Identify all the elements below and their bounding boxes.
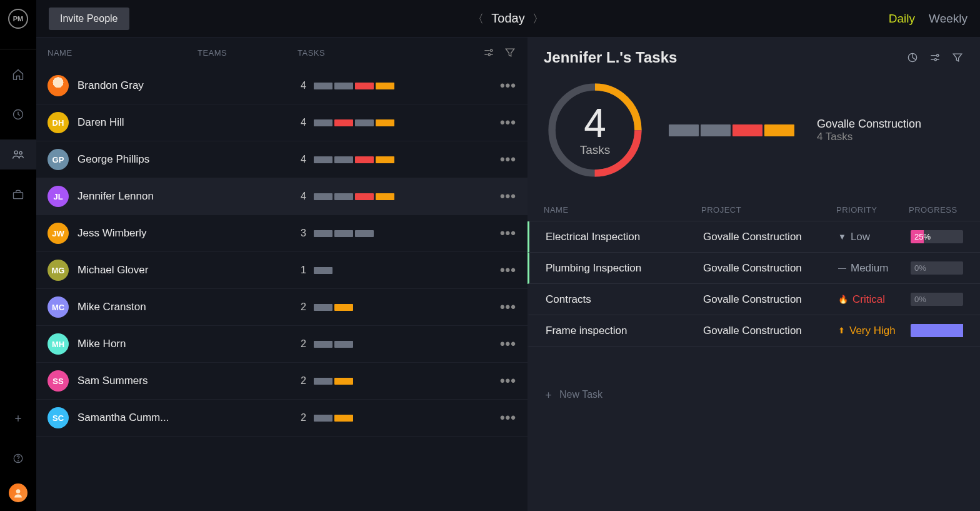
task-count-ring: 4 Tasks [544, 79, 646, 181]
more-button[interactable]: ••• [500, 410, 516, 426]
nav-briefcase[interactable] [0, 180, 36, 210]
person-name: Brandon Gray [78, 79, 144, 92]
task-col-name: NAME [544, 205, 701, 215]
task-name: Contracts [546, 293, 703, 306]
person-row[interactable]: JL Jennifer Lennon 4 ••• [36, 178, 528, 215]
app-logo: PM [8, 9, 28, 29]
task-count: 2 [298, 412, 306, 423]
person-row[interactable]: MH Mike Horn 2 ••• [36, 326, 528, 363]
more-button[interactable]: ••• [500, 299, 516, 315]
person-name: Michael Glover [78, 264, 148, 276]
nav-people[interactable] [0, 139, 36, 169]
col-header-teams: TEAMS [198, 48, 298, 58]
more-button[interactable]: ••• [500, 373, 516, 389]
view-daily[interactable]: Daily [889, 12, 915, 26]
person-row[interactable]: SS Sam Summers 2 ••• [36, 363, 528, 400]
task-count: 4 [298, 80, 306, 91]
person-row[interactable]: Brandon Gray 4 ••• [36, 68, 528, 104]
task-row[interactable]: Electrical Inspection Govalle Constructi… [528, 221, 980, 253]
task-count: 4 [298, 154, 306, 165]
svg-rect-3 [14, 193, 23, 199]
priority-icon: 🔥 [838, 295, 848, 304]
avatar: GP [48, 149, 69, 170]
chart-icon[interactable] [906, 51, 919, 64]
progress-text: 0% [914, 263, 926, 273]
new-task-button[interactable]: New Task [528, 378, 980, 412]
more-button[interactable]: ••• [500, 188, 516, 205]
next-day-button[interactable]: 〉 [532, 11, 544, 26]
more-button[interactable]: ••• [500, 225, 516, 241]
progress-bar [911, 324, 963, 337]
avatar: SC [48, 407, 69, 428]
avatar: MC [48, 296, 69, 318]
avatar: SS [48, 370, 69, 392]
svg-point-8 [488, 54, 490, 56]
more-button[interactable]: ••• [500, 151, 516, 168]
priority-icon: ⬆ [838, 326, 845, 335]
task-count: 2 [298, 375, 306, 387]
svg-point-2 [19, 151, 22, 154]
filter-icon[interactable] [504, 46, 516, 59]
invite-people-button[interactable]: Invite People [49, 8, 129, 30]
svg-point-1 [14, 151, 18, 154]
task-count: 3 [298, 228, 306, 239]
topbar: Invite People 〈 Today 〉 Daily Weekly [36, 0, 980, 38]
settings-icon[interactable] [482, 46, 495, 59]
progress-text: 0% [914, 295, 926, 304]
task-row[interactable]: Contracts Govalle Construction 🔥 Critica… [528, 284, 980, 315]
prev-day-button[interactable]: 〈 [472, 11, 484, 26]
task-col-project: PROJECT [701, 205, 836, 215]
priority-icon: — [838, 263, 846, 273]
task-priority: ⬆ Very High [838, 325, 911, 337]
col-header-tasks: TASKS [298, 48, 482, 58]
task-count: 2 [298, 301, 306, 313]
nav-rail: PM [0, 0, 36, 511]
task-row[interactable]: Plumbing Inspection Govalle Construction… [528, 253, 980, 284]
current-user-avatar[interactable] [9, 483, 28, 502]
person-row[interactable]: DH Daren Hill 4 ••• [36, 104, 528, 141]
task-segments [314, 230, 374, 237]
more-button[interactable]: ••• [500, 78, 516, 94]
person-row[interactable]: MG Michael Glover 1 ••• [36, 252, 528, 289]
task-priority: 🔥 Critical [838, 293, 911, 306]
progress-text: 25% [914, 232, 931, 241]
svg-point-5 [18, 460, 19, 461]
person-name: George Phillips [78, 153, 149, 166]
plus-icon [544, 390, 553, 400]
task-segments [314, 156, 394, 163]
svg-point-11 [934, 59, 936, 61]
more-button[interactable]: ••• [500, 262, 516, 278]
nav-home[interactable] [0, 59, 36, 89]
task-count: 4 [298, 117, 306, 128]
date-navigator: 〈 Today 〉 [472, 11, 543, 26]
task-count: 4 [298, 191, 306, 202]
settings-icon[interactable] [929, 51, 941, 64]
person-name: Daren Hill [78, 116, 124, 129]
more-button[interactable]: ••• [500, 336, 516, 352]
person-row[interactable]: SC Samantha Cumm... 2 ••• [36, 400, 528, 437]
task-segments [314, 341, 353, 348]
task-segments [314, 83, 394, 89]
task-col-priority: PRIORITY [836, 205, 909, 215]
svg-point-10 [937, 54, 939, 56]
task-segments [314, 415, 353, 422]
filter-icon[interactable] [951, 51, 964, 64]
person-row[interactable]: GP George Phillips 4 ••• [36, 141, 528, 178]
priority-icon: ▼ [838, 232, 846, 241]
person-name: Samantha Cumm... [78, 412, 169, 424]
person-name: Sam Summers [78, 375, 148, 387]
avatar: JL [48, 186, 69, 207]
task-priority: ▼ Low [838, 231, 911, 243]
ring-count: 4 [584, 103, 606, 143]
col-header-name: NAME [48, 48, 198, 58]
task-row[interactable]: Frame inspection Govalle Construction ⬆ … [528, 315, 980, 347]
nav-help[interactable] [0, 443, 36, 473]
view-weekly[interactable]: Weekly [929, 12, 968, 26]
person-row[interactable]: MC Mike Cranston 2 ••• [36, 289, 528, 326]
person-row[interactable]: JW Jess Wimberly 3 ••• [36, 215, 528, 252]
summary-task-count: 4 Tasks [817, 131, 921, 143]
more-button[interactable]: ••• [500, 114, 516, 131]
nav-add[interactable] [0, 403, 36, 433]
person-name: Mike Horn [78, 338, 126, 350]
nav-recent[interactable] [0, 99, 36, 129]
